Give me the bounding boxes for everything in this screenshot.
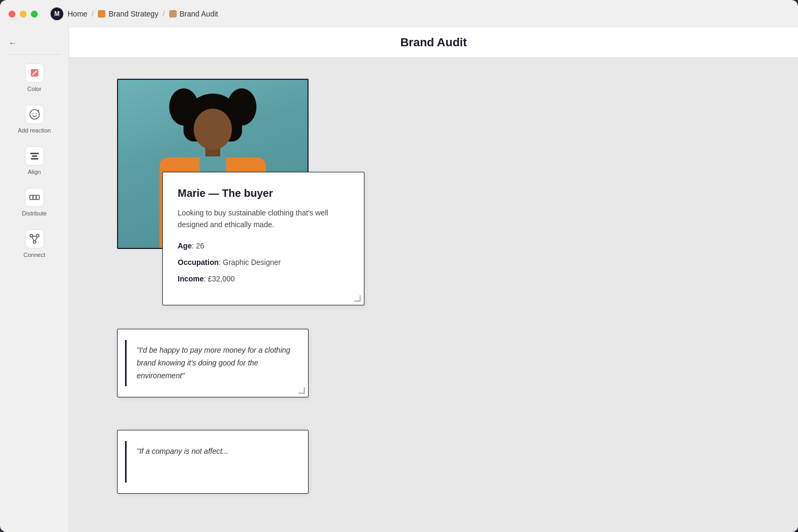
persona-age-value: 26 bbox=[196, 242, 204, 250]
add-reaction-label: Add reaction bbox=[18, 127, 51, 134]
persona-income-value: £32,000 bbox=[208, 275, 235, 283]
breadcrumb-brand-strategy[interactable]: Brand Strategy bbox=[98, 10, 158, 18]
persona-occupation-label: Occupation bbox=[178, 258, 219, 267]
canvas[interactable]: Marie — The buyer Looking to buy sustain… bbox=[69, 57, 798, 532]
persona-age-label: Age bbox=[178, 242, 192, 250]
sidebar-item-connect[interactable]: Connect bbox=[0, 223, 69, 264]
svg-point-4 bbox=[36, 113, 37, 114]
minimize-button[interactable] bbox=[20, 11, 27, 18]
svg-point-15 bbox=[33, 241, 36, 244]
page-title-bar: Brand Audit bbox=[69, 28, 798, 57]
brand-audit-label: Brand Audit bbox=[180, 10, 218, 18]
svg-point-13 bbox=[30, 235, 32, 237]
brand-strategy-label: Brand Strategy bbox=[109, 10, 158, 18]
connect-icon-container bbox=[25, 229, 44, 248]
persona-occupation: Occupation: Graphic Designer bbox=[178, 257, 349, 268]
persona-income: Income: £32,000 bbox=[178, 273, 349, 285]
sidebar: ← Color bbox=[0, 28, 69, 532]
persona-info-card: Marie — The buyer Looking to buy sustain… bbox=[162, 172, 364, 305]
sidebar-item-align[interactable]: Align bbox=[0, 140, 69, 181]
brand-audit-dot bbox=[169, 10, 177, 18]
traffic-lights bbox=[9, 11, 38, 18]
color-label: Color bbox=[27, 86, 41, 92]
maximize-button[interactable] bbox=[31, 11, 38, 18]
persona-description: Looking to buy sustainable clothing that… bbox=[178, 207, 349, 231]
color-icon bbox=[29, 68, 40, 78]
quote-card-1: "I'd be happy to pay more money for a cl… bbox=[117, 329, 309, 397]
titlebar: M Home / Brand Strategy / Brand Audit bbox=[0, 0, 798, 28]
align-icon bbox=[29, 150, 40, 162]
app-window: M Home / Brand Strategy / Brand Audit ← bbox=[0, 0, 798, 532]
main-area: Brand Audit bbox=[69, 28, 798, 532]
sidebar-item-distribute[interactable]: Distribute bbox=[0, 181, 69, 223]
svg-rect-12 bbox=[36, 195, 39, 200]
page-area: ← Color bbox=[0, 28, 798, 532]
persona-occupation-colon: : bbox=[219, 258, 223, 267]
breadcrumb-brand-audit[interactable]: Brand Audit bbox=[169, 10, 218, 18]
sidebar-item-add-reaction[interactable]: Add reaction bbox=[0, 98, 69, 140]
connect-icon bbox=[29, 233, 40, 245]
add-reaction-icon-container bbox=[25, 105, 44, 124]
svg-point-3 bbox=[32, 113, 34, 114]
distribute-icon bbox=[29, 192, 40, 203]
svg-line-18 bbox=[35, 237, 37, 241]
quote-1-resize-handle[interactable] bbox=[298, 387, 305, 394]
svg-rect-11 bbox=[33, 195, 36, 200]
align-icon-container bbox=[25, 146, 44, 165]
home-label: Home bbox=[68, 10, 87, 18]
svg-rect-7 bbox=[30, 153, 39, 154]
quote-text-2: "If a company is not affect... bbox=[137, 445, 293, 458]
svg-line-17 bbox=[32, 237, 34, 241]
persona-age: Age: 26 bbox=[178, 240, 349, 252]
sidebar-divider-1 bbox=[7, 54, 62, 55]
distribute-icon-container bbox=[25, 188, 44, 207]
persona-occupation-value: Graphic Designer bbox=[223, 258, 281, 267]
breadcrumb: M Home / Brand Strategy / Brand Audit bbox=[51, 7, 218, 20]
back-button[interactable]: ← bbox=[0, 34, 69, 52]
breadcrumb-sep-2: / bbox=[163, 10, 165, 18]
svg-point-14 bbox=[36, 235, 39, 237]
breadcrumb-home[interactable]: Home bbox=[68, 10, 87, 18]
persona-income-label: Income bbox=[178, 275, 204, 283]
persona-income-colon: : bbox=[204, 275, 208, 283]
brand-strategy-dot bbox=[98, 10, 105, 18]
persona-name: Marie — The buyer bbox=[178, 187, 349, 200]
add-reaction-icon bbox=[29, 109, 40, 120]
resize-handle[interactable] bbox=[354, 295, 361, 302]
svg-rect-10 bbox=[30, 195, 33, 200]
breadcrumb-sep-1: / bbox=[92, 10, 94, 18]
connect-label: Connect bbox=[23, 252, 45, 258]
back-icon: ← bbox=[9, 38, 17, 48]
quote-text-1: "I'd be happy to pay more money for a cl… bbox=[137, 344, 293, 382]
svg-rect-8 bbox=[32, 155, 37, 157]
app-logo: M bbox=[51, 7, 63, 20]
close-button[interactable] bbox=[9, 11, 15, 18]
page-title: Brand Audit bbox=[400, 36, 467, 49]
distribute-label: Distribute bbox=[22, 210, 46, 217]
align-label: Align bbox=[28, 169, 40, 175]
sidebar-item-color[interactable]: Color bbox=[0, 57, 69, 98]
quote-card-2: "If a company is not affect... bbox=[117, 430, 309, 494]
svg-rect-9 bbox=[31, 158, 38, 160]
color-icon-container bbox=[25, 63, 44, 82]
